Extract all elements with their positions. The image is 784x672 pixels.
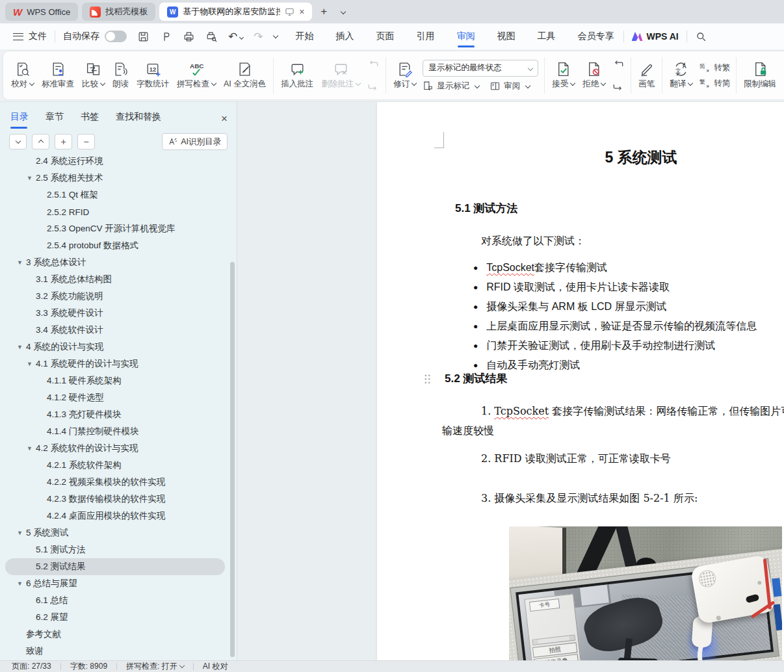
menu-review[interactable]: 审阅 <box>456 27 477 46</box>
toc-item[interactable]: 3.3 系统硬件设计 <box>0 305 230 322</box>
export-pdf-icon[interactable] <box>160 31 172 43</box>
undo-icon[interactable]: ↶ <box>228 30 243 44</box>
insert-comment-button[interactable]: 插入批注 <box>277 60 317 91</box>
tab-document[interactable]: W 基于物联网的家居安防监控系 × <box>159 3 312 21</box>
toc-item[interactable]: 4.1.2 硬件选型 <box>0 389 230 406</box>
toc-item[interactable]: ▼4.2 系统软件的设计与实现 <box>0 440 230 457</box>
pen-button[interactable]: 画笔 <box>634 60 659 91</box>
toc-item[interactable]: 4.2.2 视频采集模块的软件实现 <box>0 474 230 491</box>
toc-item[interactable]: 3.4 系统软件设计 <box>0 322 230 339</box>
more-commands-icon[interactable] <box>274 32 278 41</box>
previous-change-icon[interactable] <box>612 60 625 73</box>
translate-button[interactable]: 文A 翻译 <box>666 60 696 91</box>
toc-item[interactable]: 3.2 系统功能说明 <box>0 288 230 305</box>
toc-item[interactable]: ▼4 系统的设计与实现 <box>0 339 230 355</box>
toc-item[interactable]: ▼5 系统测试 <box>0 524 230 541</box>
autosave-toggle[interactable] <box>105 31 127 42</box>
review-pane-button[interactable]: 审阅 <box>490 81 530 92</box>
collapse-arrow-icon[interactable]: ▼ <box>27 175 36 181</box>
toc-item[interactable]: 4.1.4 门禁控制硬件模块 <box>0 423 230 440</box>
collapse-arrow-icon[interactable]: ▼ <box>17 344 26 350</box>
new-tab-button[interactable]: + <box>316 4 332 19</box>
tab-docer[interactable]: 找稻壳模板 <box>82 3 155 21</box>
toc-item[interactable]: 4.1.1 硬件系统架构 <box>0 372 230 389</box>
drag-handle-icon[interactable] <box>424 374 431 384</box>
reject-button[interactable]: 拒绝 <box>579 60 609 91</box>
expand-all-button[interactable] <box>9 134 27 149</box>
menu-insert[interactable]: 插入 <box>335 27 356 46</box>
spell-check-button[interactable]: ABC 拼写检查 <box>173 60 220 91</box>
compare-button[interactable]: 比较 <box>78 60 109 91</box>
delete-comment-button[interactable]: 删除批注 <box>317 60 364 91</box>
toc-item[interactable]: 2.4 系统运行环境 <box>0 157 230 170</box>
close-sidebar-icon[interactable]: × <box>221 112 228 125</box>
toc-item[interactable]: 6.1 总结 <box>0 592 230 609</box>
document-page[interactable]: 5 系统测试 5.1 测试方法 对系统做了以下测试： TcpSocket 套接字… <box>377 102 784 660</box>
toc-item[interactable]: 3.1 系统总体结构图 <box>0 271 230 288</box>
toc-item[interactable]: ▼6 总结与展望 <box>0 575 230 592</box>
ai-recognize-toc-button[interactable]: AI识别目录 <box>162 133 228 150</box>
print-icon[interactable] <box>183 31 195 43</box>
collapse-arrow-icon[interactable]: ▼ <box>17 530 26 536</box>
toc-item[interactable]: 4.2.4 桌面应用模块的软件实现 <box>0 508 230 524</box>
markup-state-dropdown[interactable]: 显示标记的最终状态 <box>423 60 538 77</box>
toc-item[interactable]: 4.1.3 亮灯硬件模块 <box>0 406 230 423</box>
tab-find-replace[interactable]: 查找和替换 <box>116 109 161 129</box>
zoom-out-toc-button[interactable]: − <box>77 134 95 149</box>
toc-item[interactable]: 2.5.4 protobuf 数据格式 <box>0 237 230 254</box>
toc-item[interactable]: 2.5.3 OpenCV 开源计算机视觉库 <box>0 220 230 237</box>
collapse-arrow-icon[interactable]: ▼ <box>17 580 26 587</box>
standard-review-button[interactable]: 标准审查 <box>38 60 78 91</box>
toc-item[interactable]: 2.5.1 Qt 框架 <box>0 187 230 203</box>
collapse-arrow-icon[interactable]: ▼ <box>27 361 36 367</box>
ai-polish-button[interactable]: AI 全文润色 <box>220 60 270 91</box>
collapse-arrow-icon[interactable]: ▼ <box>17 259 26 266</box>
restrict-edit-button[interactable]: 限制编辑 <box>740 60 780 91</box>
expand-group-icon[interactable] <box>723 77 729 88</box>
tab-contents[interactable]: 目录 <box>10 109 29 129</box>
tab-bookmarks[interactable]: 书签 <box>81 109 99 129</box>
toc-item[interactable]: ▼4.1 系统硬件的设计与实现 <box>0 355 230 372</box>
toc-item[interactable]: 4.2.1 系统软件架构 <box>0 457 230 474</box>
file-menu[interactable]: 文件 <box>29 31 47 42</box>
read-aloud-button[interactable]: 朗读 <box>109 60 133 91</box>
search-icon[interactable] <box>695 31 707 43</box>
show-markup-button[interactable]: 显示标记 <box>423 81 479 92</box>
menu-reference[interactable]: 引用 <box>415 27 436 46</box>
word-count-button[interactable]: 12 字数统计 <box>133 60 173 91</box>
toc-item[interactable]: 致谢 <box>0 643 230 660</box>
toc-item[interactable]: 2.5.2 RFID <box>0 203 230 220</box>
accept-button[interactable]: 接受 <box>548 60 579 91</box>
toc-item[interactable]: 6.2 展望 <box>0 609 230 626</box>
page-indicator[interactable]: 页面: 27/33 <box>12 661 51 672</box>
menu-page[interactable]: 页面 <box>375 27 396 46</box>
collapse-all-button[interactable] <box>32 134 49 149</box>
figure-5-2-1-photo[interactable]: 卡号 拍照 暂停录像 <box>509 526 782 660</box>
wps-ai-button[interactable]: WPS AI <box>632 31 679 42</box>
toc-item-selected[interactable]: 5.2 测试结果 <box>5 558 225 575</box>
toc-item[interactable]: 参考文献 <box>0 626 230 643</box>
ai-proofread-indicator[interactable]: AI 校对 <box>203 661 228 672</box>
save-icon[interactable] <box>137 31 150 43</box>
next-comment-icon[interactable] <box>367 78 380 91</box>
zoom-in-toc-button[interactable]: + <box>55 134 72 149</box>
tab-list-dropdown-icon[interactable] <box>335 4 351 19</box>
toc-item[interactable]: 4.2.3 数据传输模块的软件实现 <box>0 491 230 508</box>
menu-home[interactable]: 开始 <box>294 27 315 46</box>
toc-item[interactable]: ▼3 系统总体设计 <box>0 254 230 271</box>
collapse-arrow-icon[interactable]: ▼ <box>27 445 36 452</box>
toc-item[interactable]: ▼2.5 系统相关技术 <box>0 170 230 187</box>
to-traditional-button[interactable]: 简 转繁 <box>699 62 730 73</box>
word-count-indicator[interactable]: 字数: 8909 <box>70 661 107 672</box>
spell-check-indicator[interactable]: 拼写检查: 打开 <box>126 661 184 672</box>
menu-member[interactable]: 会员专享 <box>577 27 616 46</box>
print-preview-icon[interactable] <box>205 31 218 43</box>
track-changes-button[interactable]: 修订 <box>389 60 420 91</box>
tab-chapters[interactable]: 章节 <box>46 109 64 129</box>
tab-wps-home[interactable]: W WPS Office <box>5 3 78 21</box>
sidebar-scrollbar[interactable] <box>230 262 235 657</box>
next-change-icon[interactable] <box>612 78 625 91</box>
toc-item[interactable]: 5.1 测试方法 <box>0 541 230 558</box>
previous-comment-icon[interactable] <box>367 60 380 73</box>
menu-view[interactable]: 视图 <box>496 27 517 46</box>
